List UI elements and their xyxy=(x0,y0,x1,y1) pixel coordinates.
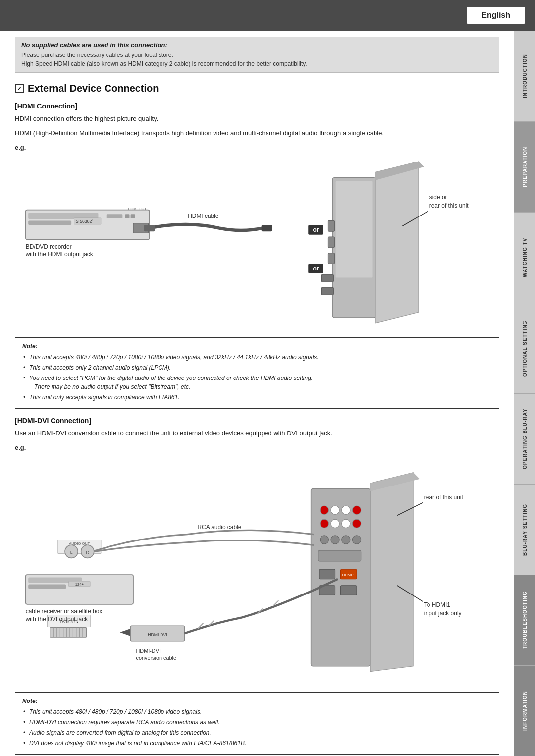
svg-point-73 xyxy=(331,536,339,544)
page-number-area: 11 EN xyxy=(497,755,508,756)
svg-rect-30 xyxy=(321,287,333,295)
svg-text:HDMI 1: HDMI 1 xyxy=(342,573,355,577)
sidebar-tab-optional-setting[interactable]: OPTIONAL SETTING xyxy=(514,303,535,393)
svg-text:or: or xyxy=(313,226,319,233)
svg-rect-10 xyxy=(144,225,155,231)
notice-text: Please purchase the necessary cables at … xyxy=(21,51,493,68)
svg-text:HDMI OUT: HDMI OUT xyxy=(128,206,147,211)
svg-text:conversion cable: conversion cable xyxy=(136,655,177,661)
svg-point-65 xyxy=(331,506,339,514)
hdmi-dvi-section-title: [HDMI-DVI Connection] xyxy=(15,417,499,425)
sidebar-tab-information[interactable]: INFORMATION xyxy=(514,665,535,756)
hdmi-eg-label: e.g. xyxy=(15,144,499,151)
notice-line-1: Please purchase the necessary cables at … xyxy=(21,52,173,58)
page-number: 11 xyxy=(497,755,508,756)
main-content: No supplied cables are used in this conn… xyxy=(0,37,514,756)
svg-rect-15 xyxy=(328,220,334,231)
svg-text:or: or xyxy=(313,265,319,272)
language-label: English xyxy=(467,7,525,24)
svg-point-67 xyxy=(352,506,361,514)
svg-marker-56 xyxy=(120,629,131,636)
svg-text:rear of this unit: rear of this unit xyxy=(424,494,464,501)
svg-point-66 xyxy=(342,506,350,514)
svg-rect-7 xyxy=(131,214,135,218)
checkbox-icon: ✓ xyxy=(15,84,24,93)
svg-point-74 xyxy=(342,536,350,544)
hdmi-note-item-3: You need to select "PCM" for the digital… xyxy=(22,374,492,391)
svg-rect-6 xyxy=(125,214,130,218)
svg-text:rear of this unit: rear of this unit xyxy=(429,202,469,209)
notice-title: No supplied cables are used in this conn… xyxy=(21,41,493,49)
hdmi-body2: HDMI (High-Definition Multimedia Interfa… xyxy=(15,128,499,139)
svg-rect-33 xyxy=(28,585,66,589)
notice-box: No supplied cables are used in this conn… xyxy=(15,37,499,73)
hdmi-dvi-diagram: 124+ AUDIO OUT L R RCA audio cable DVI O… xyxy=(15,456,499,684)
hdmi-note-item-1: This unit accepts 480i / 480p / 720p / 1… xyxy=(22,353,492,362)
svg-text:input jack only: input jack only xyxy=(424,610,462,617)
svg-text:124+: 124+ xyxy=(75,582,84,587)
svg-rect-76 xyxy=(318,550,361,561)
right-sidebar: INTRODUCTION PREPARATION WATCHING TV OPT… xyxy=(514,31,535,756)
svg-text:side or: side or xyxy=(429,194,447,201)
svg-text:L: L xyxy=(70,550,73,555)
hdmi-dvi-note-item-4: DVI does not display 480i image that is … xyxy=(22,739,492,748)
svg-text:RCA audio cable: RCA audio cable xyxy=(197,524,241,531)
svg-rect-16 xyxy=(328,237,334,248)
svg-text:with the DVI output jack: with the DVI output jack xyxy=(25,616,88,623)
hdmi-dvi-note-item-1: This unit accepts 480i / 480p / 720p / 1… xyxy=(22,707,492,716)
svg-rect-5 xyxy=(107,214,123,218)
svg-point-70 xyxy=(342,519,350,528)
svg-point-68 xyxy=(320,519,328,528)
svg-marker-84 xyxy=(370,473,413,672)
svg-rect-2 xyxy=(28,220,71,225)
sidebar-tab-troubleshooting[interactable]: TROUBLESHOOTING xyxy=(514,575,535,665)
svg-text:S 56382⁴: S 56382⁴ xyxy=(76,218,94,223)
svg-text:HDMI-DVI: HDMI-DVI xyxy=(136,648,160,654)
hdmi-note-list: This unit accepts 480i / 480p / 720p / 1… xyxy=(22,353,492,402)
svg-rect-45 xyxy=(50,628,87,638)
main-title-text: External Device Connection xyxy=(28,83,159,94)
top-bar: English xyxy=(0,0,535,31)
hdmi-body1: HDMI connection offers the highest pictu… xyxy=(15,114,499,124)
svg-text:To HDMI1: To HDMI1 xyxy=(424,601,450,608)
sidebar-tab-operating-bluray[interactable]: OPERATING BLU-RAY xyxy=(514,393,535,484)
svg-point-72 xyxy=(320,536,328,544)
svg-rect-11 xyxy=(262,225,272,231)
svg-rect-14 xyxy=(336,181,373,278)
svg-text:HDMI cable: HDMI cable xyxy=(188,213,219,219)
sidebar-tab-introduction[interactable]: INTRODUCTION xyxy=(514,31,535,121)
hdmi-note-box: Note: This unit accepts 480i / 480p / 72… xyxy=(15,337,499,409)
svg-text:BD/DVD recorder: BD/DVD recorder xyxy=(26,243,72,250)
hdmi-dvi-note-item-3: Audio signals are converted from digital… xyxy=(22,728,492,737)
svg-rect-17 xyxy=(328,253,334,264)
svg-rect-81 xyxy=(340,586,357,595)
svg-text:cable receiver or satellite bo: cable receiver or satellite box xyxy=(26,608,103,615)
svg-point-75 xyxy=(352,536,361,544)
sidebar-tab-watching-tv[interactable]: WATCHING TV xyxy=(514,212,535,303)
sidebar-tab-preparation[interactable]: PREPARATION xyxy=(514,121,535,212)
svg-text:HDMI-DVI: HDMI-DVI xyxy=(148,632,167,637)
notice-line-2: High Speed HDMI cable (also known as HDM… xyxy=(21,60,307,67)
hdmi-note-title: Note: xyxy=(22,343,492,350)
main-section-title: ✓ External Device Connection xyxy=(15,83,499,94)
svg-point-71 xyxy=(352,519,361,528)
hdmi-dvi-note-list: This unit accepts 480i / 480p / 720p / 1… xyxy=(22,707,492,748)
svg-point-64 xyxy=(320,506,328,514)
svg-marker-22 xyxy=(375,161,419,323)
hdmi-diagram: S 56382⁴ HDMI OUT HDMI cable xyxy=(15,156,499,330)
svg-text:R: R xyxy=(86,550,89,555)
svg-text:with the HDMI output jack: with the HDMI output jack xyxy=(25,251,93,258)
hdmi-dvi-body: Use an HDMI-DVI conversion cable to conn… xyxy=(15,429,499,439)
svg-rect-29 xyxy=(321,274,333,282)
svg-rect-77 xyxy=(319,569,335,579)
svg-point-69 xyxy=(331,519,339,528)
hdmi-section-title: [HDMI Connection] xyxy=(15,102,499,110)
hdmi-note-item-4: This unit only accepts signals in compli… xyxy=(22,393,492,402)
hdmi-dvi-note-title: Note: xyxy=(22,698,492,704)
hdmi-note-item-3-text: You need to select "PCM" for the digital… xyxy=(29,375,313,390)
hdmi-note-item-2: This unit accepts only 2 channel audio s… xyxy=(22,363,492,372)
hdmi-dvi-eg-label: e.g. xyxy=(15,444,499,451)
hdmi-dvi-note-box: Note: This unit accepts 480i / 480p / 72… xyxy=(15,692,499,755)
hdmi-dvi-note-item-2: HDMI-DVI connection requires separate RC… xyxy=(22,718,492,727)
sidebar-tab-bluray-setting[interactable]: BLU-RAY SETTING xyxy=(514,484,535,575)
